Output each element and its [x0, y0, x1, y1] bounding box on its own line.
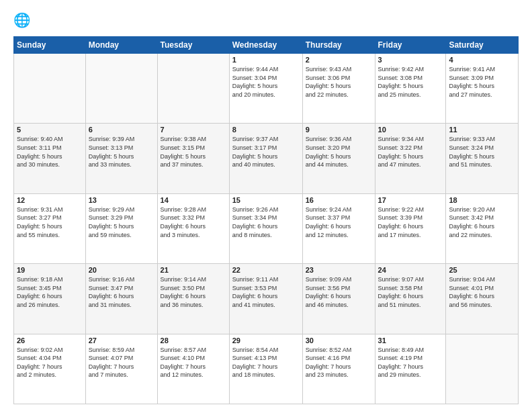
- day-info: Sunrise: 9:44 AM Sunset: 3:04 PM Dayligh…: [232, 65, 300, 99]
- day-info: Sunrise: 9:36 AM Sunset: 3:20 PM Dayligh…: [306, 135, 372, 169]
- day-number: 23: [306, 266, 372, 274]
- day-cell: 19Sunrise: 9:18 AM Sunset: 3:45 PM Dayli…: [14, 264, 86, 334]
- day-info: Sunrise: 9:42 AM Sunset: 3:08 PM Dayligh…: [378, 65, 443, 99]
- day-number: 10: [378, 126, 443, 134]
- day-info: Sunrise: 9:43 AM Sunset: 3:06 PM Dayligh…: [306, 65, 372, 99]
- day-cell: 15Sunrise: 9:26 AM Sunset: 3:34 PM Dayli…: [229, 193, 302, 263]
- day-number: 26: [17, 336, 83, 345]
- day-number: 27: [89, 336, 154, 345]
- day-info: Sunrise: 8:49 AM Sunset: 4:19 PM Dayligh…: [378, 346, 443, 379]
- svg-text:🌐: 🌐: [13, 12, 31, 29]
- day-cell: 9Sunrise: 9:36 AM Sunset: 3:20 PM Daylig…: [302, 124, 375, 193]
- day-info: Sunrise: 9:16 AM Sunset: 3:47 PM Dayligh…: [89, 275, 154, 309]
- day-number: 1: [232, 56, 300, 64]
- day-number: 30: [306, 336, 372, 345]
- day-number: 16: [306, 196, 372, 204]
- calendar-table: SundayMondayTuesdayWednesdayThursdayFrid…: [13, 36, 519, 404]
- day-cell: 3Sunrise: 9:42 AM Sunset: 3:08 PM Daylig…: [375, 54, 446, 124]
- day-number: 6: [89, 126, 154, 134]
- day-cell: 26Sunrise: 9:02 AM Sunset: 4:04 PM Dayli…: [14, 334, 86, 404]
- day-cell: 4Sunrise: 9:41 AM Sunset: 3:09 PM Daylig…: [446, 54, 519, 124]
- week-row: 26Sunrise: 9:02 AM Sunset: 4:04 PM Dayli…: [14, 334, 519, 404]
- day-info: Sunrise: 9:29 AM Sunset: 3:29 PM Dayligh…: [89, 205, 154, 239]
- day-info: Sunrise: 9:09 AM Sunset: 3:56 PM Dayligh…: [306, 275, 372, 309]
- day-cell: 18Sunrise: 9:20 AM Sunset: 3:42 PM Dayli…: [446, 193, 519, 263]
- day-info: Sunrise: 9:22 AM Sunset: 3:39 PM Dayligh…: [378, 205, 443, 239]
- day-cell: 16Sunrise: 9:24 AM Sunset: 3:37 PM Dayli…: [302, 193, 375, 263]
- day-cell: 14Sunrise: 9:28 AM Sunset: 3:32 PM Dayli…: [157, 193, 229, 263]
- col-header-wednesday: Wednesday: [229, 37, 302, 54]
- day-number: 14: [161, 196, 226, 204]
- col-header-sunday: Sunday: [14, 37, 86, 54]
- day-cell: 17Sunrise: 9:22 AM Sunset: 3:39 PM Dayli…: [375, 193, 446, 263]
- day-cell: 5Sunrise: 9:40 AM Sunset: 3:11 PM Daylig…: [14, 124, 86, 193]
- day-cell: [446, 334, 519, 404]
- day-cell: 29Sunrise: 8:54 AM Sunset: 4:13 PM Dayli…: [229, 334, 302, 404]
- day-cell: 11Sunrise: 9:33 AM Sunset: 3:24 PM Dayli…: [446, 124, 519, 193]
- day-number: 17: [378, 196, 443, 204]
- day-cell: 1Sunrise: 9:44 AM Sunset: 3:04 PM Daylig…: [229, 54, 302, 124]
- day-number: 7: [161, 126, 226, 134]
- day-info: Sunrise: 9:41 AM Sunset: 3:09 PM Dayligh…: [449, 65, 515, 99]
- day-number: 31: [378, 336, 443, 345]
- week-row: 1Sunrise: 9:44 AM Sunset: 3:04 PM Daylig…: [14, 54, 519, 124]
- col-header-saturday: Saturday: [446, 37, 519, 54]
- header-row: SundayMondayTuesdayWednesdayThursdayFrid…: [14, 37, 519, 54]
- day-number: 20: [89, 266, 154, 274]
- col-header-thursday: Thursday: [302, 37, 375, 54]
- day-number: 13: [89, 196, 154, 204]
- day-cell: [85, 54, 157, 124]
- day-cell: 12Sunrise: 9:31 AM Sunset: 3:27 PM Dayli…: [14, 193, 86, 263]
- day-number: 28: [161, 336, 226, 345]
- day-number: 12: [17, 196, 83, 204]
- header: 🌐: [13, 12, 519, 31]
- col-header-tuesday: Tuesday: [157, 37, 229, 54]
- day-info: Sunrise: 9:38 AM Sunset: 3:15 PM Dayligh…: [161, 135, 226, 169]
- day-number: 22: [232, 266, 300, 274]
- day-cell: 10Sunrise: 9:34 AM Sunset: 3:22 PM Dayli…: [375, 124, 446, 193]
- day-cell: 28Sunrise: 8:57 AM Sunset: 4:10 PM Dayli…: [157, 334, 229, 404]
- day-cell: 23Sunrise: 9:09 AM Sunset: 3:56 PM Dayli…: [302, 264, 375, 334]
- day-number: 4: [449, 56, 515, 64]
- day-info: Sunrise: 9:04 AM Sunset: 4:01 PM Dayligh…: [449, 275, 515, 309]
- day-info: Sunrise: 9:31 AM Sunset: 3:27 PM Dayligh…: [17, 205, 83, 239]
- day-cell: 13Sunrise: 9:29 AM Sunset: 3:29 PM Dayli…: [85, 193, 157, 263]
- day-number: 8: [232, 126, 300, 134]
- col-header-friday: Friday: [375, 37, 446, 54]
- day-info: Sunrise: 8:57 AM Sunset: 4:10 PM Dayligh…: [161, 346, 226, 379]
- day-number: 5: [17, 126, 83, 134]
- day-cell: 27Sunrise: 8:59 AM Sunset: 4:07 PM Dayli…: [85, 334, 157, 404]
- day-number: 3: [378, 56, 443, 64]
- day-number: 29: [232, 336, 300, 345]
- day-number: 24: [378, 266, 443, 274]
- logo: 🌐: [13, 12, 35, 31]
- day-cell: 6Sunrise: 9:39 AM Sunset: 3:13 PM Daylig…: [85, 124, 157, 193]
- day-number: 9: [306, 126, 372, 134]
- day-info: Sunrise: 8:52 AM Sunset: 4:16 PM Dayligh…: [306, 346, 372, 379]
- day-info: Sunrise: 9:28 AM Sunset: 3:32 PM Dayligh…: [161, 205, 226, 239]
- day-info: Sunrise: 9:39 AM Sunset: 3:13 PM Dayligh…: [89, 135, 154, 169]
- day-cell: 2Sunrise: 9:43 AM Sunset: 3:06 PM Daylig…: [302, 54, 375, 124]
- day-number: 11: [449, 126, 515, 134]
- day-info: Sunrise: 8:54 AM Sunset: 4:13 PM Dayligh…: [232, 346, 300, 379]
- day-number: 19: [17, 266, 83, 274]
- day-cell: [157, 54, 229, 124]
- day-info: Sunrise: 9:11 AM Sunset: 3:53 PM Dayligh…: [232, 275, 300, 309]
- day-info: Sunrise: 9:34 AM Sunset: 3:22 PM Dayligh…: [378, 135, 443, 169]
- day-cell: 31Sunrise: 8:49 AM Sunset: 4:19 PM Dayli…: [375, 334, 446, 404]
- day-cell: 20Sunrise: 9:16 AM Sunset: 3:47 PM Dayli…: [85, 264, 157, 334]
- week-row: 12Sunrise: 9:31 AM Sunset: 3:27 PM Dayli…: [14, 193, 519, 263]
- calendar-page: 🌐 SundayMondayTuesdayWednesdayThursdayFr…: [0, 0, 532, 411]
- week-row: 5Sunrise: 9:40 AM Sunset: 3:11 PM Daylig…: [14, 124, 519, 193]
- day-info: Sunrise: 9:33 AM Sunset: 3:24 PM Dayligh…: [449, 135, 515, 169]
- day-number: 18: [449, 196, 515, 204]
- day-info: Sunrise: 9:20 AM Sunset: 3:42 PM Dayligh…: [449, 205, 515, 239]
- day-info: Sunrise: 9:07 AM Sunset: 3:58 PM Dayligh…: [378, 275, 443, 309]
- day-cell: 24Sunrise: 9:07 AM Sunset: 3:58 PM Dayli…: [375, 264, 446, 334]
- day-info: Sunrise: 9:18 AM Sunset: 3:45 PM Dayligh…: [17, 275, 83, 309]
- day-number: 15: [232, 196, 300, 204]
- day-info: Sunrise: 8:59 AM Sunset: 4:07 PM Dayligh…: [89, 346, 154, 379]
- day-cell: 8Sunrise: 9:37 AM Sunset: 3:17 PM Daylig…: [229, 124, 302, 193]
- day-cell: 30Sunrise: 8:52 AM Sunset: 4:16 PM Dayli…: [302, 334, 375, 404]
- week-row: 19Sunrise: 9:18 AM Sunset: 3:45 PM Dayli…: [14, 264, 519, 334]
